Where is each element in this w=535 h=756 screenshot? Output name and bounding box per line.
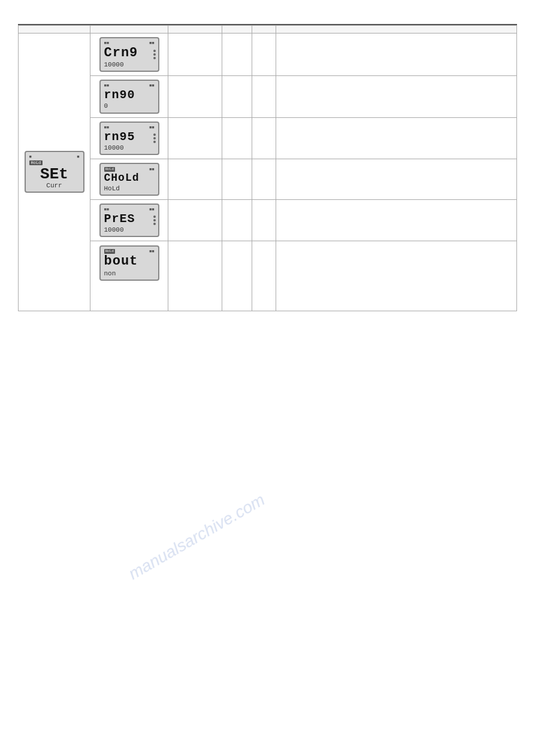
lcd-tl-rn95: ■■ — [104, 125, 109, 130]
lcd-sub-pres: 10000 — [104, 226, 124, 234]
set-curr-display-cell: ■ ■ HoLd SEt Curr — [19, 34, 90, 311]
dot3 — [153, 223, 156, 225]
lcd-rn90: ■■ ■■ rn90 0 — [99, 80, 159, 113]
lcd-tr-pres: ■■ — [149, 207, 154, 212]
notes-rn90 — [276, 76, 517, 117]
def-crn9 — [252, 34, 276, 76]
lcd-cell-bout: HoLd ■■ bout non — [90, 241, 168, 311]
set-pres — [222, 200, 252, 241]
lcd-pres: ■■ ■■ PrES 10000 — [99, 204, 159, 237]
dot3 — [153, 57, 156, 59]
lcd-top-bar-chold: HoLd ■■ — [104, 167, 155, 172]
lcd-tr-chold: ■■ — [149, 167, 154, 172]
lcd-cell-chold: HoLd ■■ CHoLd HoLd — [90, 159, 168, 200]
set-hold-badge: HoLd — [29, 160, 43, 165]
notes-chold — [276, 159, 517, 200]
def-chold — [252, 159, 276, 200]
def-rn95 — [252, 117, 276, 159]
lcd-cell-rn95: ■■ ■■ rn95 10000 — [90, 117, 168, 159]
notes-bout — [276, 241, 517, 311]
notes-pres — [276, 200, 517, 241]
lcd-sub-chold: HoLd — [104, 185, 120, 193]
set-top-bar: ■ ■ — [29, 154, 80, 159]
dot1 — [153, 133, 156, 136]
header-col6 — [276, 26, 517, 34]
lcd-tr-rn90: ■■ — [149, 83, 154, 88]
lcd-sub-crn9: 10000 — [104, 61, 124, 69]
notes-crn9 — [276, 34, 517, 76]
lcd-hold-badge-chold: HoLd — [104, 167, 115, 172]
lcd-cell-rn90: ■■ ■■ rn90 0 — [90, 76, 168, 117]
lcd-tl-rn90: ■■ — [104, 83, 109, 88]
lcd-top-bar-pres: ■■ ■■ — [104, 207, 155, 212]
lcd-top-bar-crn9: ■■ ■■ — [104, 41, 155, 45]
desc-rn95 — [168, 117, 222, 159]
desc-chold — [168, 159, 222, 200]
set-crn9 — [222, 34, 252, 76]
set-rn95 — [222, 117, 252, 159]
lcd-main-rn90: rn90 — [104, 89, 135, 102]
lcd-tr-rn95: ■■ — [149, 125, 154, 130]
page-wrapper: ■ ■ HoLd SEt Curr ■■ ■■ Crn9 — [0, 0, 535, 335]
lcd-hold-badge-bout: HoLd — [104, 249, 115, 254]
header-col1 — [19, 26, 90, 34]
lcd-sub-rn90: 0 — [104, 102, 108, 110]
def-rn90 — [252, 76, 276, 117]
header-col5 — [252, 26, 276, 34]
lcd-tr-crn9: ■■ — [149, 41, 154, 45]
lcd-bout: HoLd ■■ bout non — [99, 245, 159, 280]
lcd-main-crn9: Crn9 — [104, 46, 138, 60]
set-top-left-label: ■ — [29, 154, 32, 159]
notes-rn95 — [276, 117, 517, 159]
dot1 — [153, 215, 156, 218]
lcd-top-bar-rn90: ■■ ■■ — [104, 83, 155, 88]
set-rn90 — [222, 76, 252, 117]
lcd-main-pres: PrES — [104, 212, 135, 226]
lcd-chold: HoLd ■■ CHoLd HoLd — [99, 163, 159, 196]
dot1 — [153, 50, 156, 52]
lcd-dots-rn95 — [153, 133, 156, 143]
lcd-main-bout: bout — [104, 254, 138, 269]
main-table: ■ ■ HoLd SEt Curr ■■ ■■ Crn9 — [18, 25, 517, 311]
desc-crn9 — [168, 34, 222, 76]
desc-bout — [168, 241, 222, 311]
dot2 — [153, 219, 156, 221]
dot2 — [153, 53, 156, 56]
def-bout — [252, 241, 276, 311]
lcd-crn9: ■■ ■■ Crn9 10000 — [99, 37, 159, 72]
lcd-top-bar-rn95: ■■ ■■ — [104, 125, 155, 130]
header-col4 — [222, 26, 252, 34]
dot2 — [153, 137, 156, 139]
lcd-main-rn95: rn95 — [104, 130, 135, 144]
lcd-rn95: ■■ ■■ rn95 10000 — [99, 122, 159, 155]
set-main-value: SEt — [40, 166, 68, 182]
set-top-right-label: ■ — [77, 154, 79, 159]
header-col2 — [90, 26, 168, 34]
set-bout — [222, 241, 252, 311]
lcd-cell-pres: ■■ ■■ PrES 10000 — [90, 200, 168, 241]
lcd-dots-crn9 — [153, 50, 156, 59]
lcd-tl-pres: ■■ — [104, 207, 109, 212]
lcd-top-bar-bout: HoLd ■■ — [104, 249, 155, 254]
lcd-main-chold: CHoLd — [104, 172, 140, 184]
set-curr-display: ■ ■ HoLd SEt Curr — [25, 151, 84, 193]
header-col3 — [168, 26, 222, 34]
lcd-sub-bout: non — [104, 270, 116, 278]
dot3 — [153, 141, 156, 143]
def-pres — [252, 200, 276, 241]
lcd-dots-pres — [153, 215, 156, 225]
set-chold — [222, 159, 252, 200]
lcd-tl-crn9: ■■ — [104, 41, 109, 45]
watermark: manualsarchive.com — [125, 490, 268, 584]
lcd-sub-rn95: 10000 — [104, 144, 124, 152]
desc-pres — [168, 200, 222, 241]
lcd-cell-crn9: ■■ ■■ Crn9 10000 — [90, 34, 168, 76]
lcd-tr-bout: ■■ — [149, 249, 154, 254]
set-sub-value: Curr — [46, 182, 62, 189]
desc-rn90 — [168, 76, 222, 117]
